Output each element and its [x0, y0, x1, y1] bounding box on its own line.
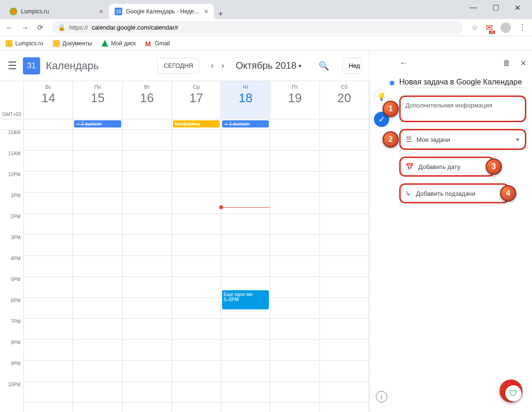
- day-column[interactable]: Вт16: [123, 81, 172, 412]
- calendar-event[interactable]: Еще одно ме5–6PM: [222, 290, 269, 309]
- event-chip[interactable]: Конференц: [173, 120, 220, 127]
- day-column[interactable]: Ср17Конференц: [172, 81, 221, 412]
- info-icon[interactable]: i: [376, 391, 387, 402]
- back-icon[interactable]: ←: [399, 58, 408, 68]
- event-chip[interactable]: ✓ 2 выполн: [74, 120, 121, 127]
- bookmarks-bar: Lumpics.ru Документы Мой диск MGmail: [0, 36, 532, 51]
- day-name: Пт: [270, 84, 319, 90]
- security-shield-icon[interactable]: 🛡: [505, 385, 521, 401]
- bookmark-documents[interactable]: Документы: [53, 40, 92, 47]
- window-minimize[interactable]: —: [469, 3, 477, 12]
- url-input[interactable]: 🔒 https://calendar.google.com/calendar/r: [52, 21, 463, 34]
- hours-area[interactable]: [123, 130, 171, 403]
- tab-title: Google Календарь - Неделя: 14: [126, 8, 201, 15]
- browser-menu-icon[interactable]: ⋮: [519, 23, 526, 32]
- profile-avatar[interactable]: [500, 22, 511, 33]
- task-list-selector[interactable]: 2 ☰ Мои задачи ▼: [399, 129, 526, 150]
- gmail-extension-icon[interactable]: ✉60: [486, 22, 493, 33]
- label: Добавить подзадачи: [416, 190, 503, 197]
- browser-tab-lumpics[interactable]: Lumpics.ru ×: [4, 4, 109, 19]
- timezone-label: GMT+03: [0, 81, 23, 119]
- all-day-row[interactable]: [123, 119, 171, 130]
- all-day-row[interactable]: [270, 119, 319, 130]
- hours-area[interactable]: [172, 130, 221, 403]
- day-name: Вс: [24, 84, 73, 90]
- hour-label: 10PM: [0, 382, 23, 403]
- lock-icon: 🔒: [58, 24, 65, 31]
- bookmark-gmail[interactable]: MGmail: [145, 40, 170, 47]
- folder-icon: [6, 40, 12, 47]
- task-title-input[interactable]: [399, 78, 526, 88]
- day-name: Ср: [172, 84, 221, 90]
- day-name: Пн: [73, 84, 122, 90]
- gmail-icon: M: [145, 40, 152, 47]
- bookmark-star-icon[interactable]: ☆: [471, 23, 478, 32]
- hour-label: 5PM: [0, 277, 23, 298]
- address-bar: ← → ⟳ 🔒 https://calendar.google.com/cale…: [0, 19, 532, 36]
- day-column[interactable]: Пн15✓ 2 выполн: [73, 81, 122, 412]
- hours-area[interactable]: [24, 130, 73, 403]
- close-icon[interactable]: ×: [204, 8, 208, 15]
- day-header[interactable]: Пн15: [73, 81, 122, 119]
- hours-area[interactable]: Еще одно ме5–6PM: [221, 130, 270, 403]
- app-title: Календарь: [46, 60, 99, 72]
- day-header[interactable]: Сб20: [320, 81, 369, 119]
- hours-area[interactable]: [320, 130, 369, 403]
- hours-area[interactable]: [270, 130, 319, 403]
- task-description-field[interactable]: 1 Дополнительная информация: [399, 95, 526, 122]
- day-header[interactable]: Ср17: [172, 81, 221, 119]
- url-prefix: https://: [69, 24, 88, 31]
- favicon-icon: [10, 8, 17, 15]
- reload-button[interactable]: ⟳: [37, 23, 43, 32]
- new-tab-button[interactable]: +: [214, 9, 227, 19]
- day-column[interactable]: Пт19: [270, 81, 319, 412]
- event-chip[interactable]: ✓ 1 выполн: [222, 120, 269, 127]
- calendar-icon: 📅: [405, 163, 414, 170]
- delete-icon[interactable]: 🗑: [503, 59, 511, 68]
- forward-button[interactable]: →: [21, 23, 29, 32]
- day-column[interactable]: Чт18✓ 1 выполнЕще одно ме5–6PM: [221, 81, 270, 412]
- all-day-row[interactable]: [24, 119, 73, 130]
- close-icon[interactable]: ×: [99, 8, 103, 15]
- next-week-button[interactable]: ›: [221, 61, 224, 71]
- day-number: 19: [270, 91, 319, 106]
- day-header[interactable]: Чт18: [221, 81, 270, 119]
- day-number: 16: [123, 91, 171, 106]
- hour-label: 8PM: [0, 340, 23, 361]
- search-icon[interactable]: 🔍: [319, 61, 329, 71]
- bookmark-drive[interactable]: Мой диск: [102, 40, 136, 47]
- all-day-row[interactable]: ✓ 2 выполн: [73, 119, 122, 130]
- add-date-button[interactable]: 📅 Добавить дату 3: [399, 157, 495, 177]
- view-switcher[interactable]: Нед: [342, 58, 362, 74]
- day-column[interactable]: Вс14: [24, 81, 73, 412]
- all-day-row[interactable]: ✓ 1 выполн: [221, 119, 270, 130]
- back-button[interactable]: ←: [6, 23, 13, 32]
- hours-area[interactable]: [73, 130, 122, 403]
- prev-week-button[interactable]: ‹: [211, 61, 213, 71]
- tasks-panel: ← 🗑 ✕ 1 Дополнительная информация 2 ☰ Мо…: [394, 51, 532, 412]
- day-header[interactable]: Пт19: [270, 81, 319, 119]
- add-subtasks-button[interactable]: ↳ Добавить подзадачи 4: [399, 183, 509, 203]
- folder-icon: [53, 40, 60, 47]
- window-maximize[interactable]: ☐: [492, 3, 499, 12]
- all-day-row[interactable]: [320, 119, 369, 130]
- close-icon[interactable]: ✕: [520, 59, 526, 68]
- day-name: Вт: [123, 84, 171, 90]
- day-header[interactable]: Вс14: [24, 81, 73, 119]
- hamburger-icon[interactable]: ☰: [8, 60, 17, 72]
- bookmark-lumpics[interactable]: Lumpics.ru: [6, 40, 43, 47]
- drive-icon: [102, 40, 108, 47]
- day-header[interactable]: Вт16: [123, 81, 171, 119]
- window-close[interactable]: ✕: [514, 3, 521, 12]
- month-year-selector[interactable]: Октябрь 2018 ▾: [235, 60, 301, 71]
- day-name: Сб: [320, 84, 369, 90]
- today-button[interactable]: СЕГОДНЯ: [158, 58, 200, 74]
- hour-label: 11AM: [0, 151, 23, 172]
- day-column[interactable]: Сб20: [320, 81, 369, 412]
- all-day-row[interactable]: Конференц: [172, 119, 221, 130]
- list-name: Мои задачи: [416, 136, 511, 143]
- calendar-main: ☰ 31 Календарь СЕГОДНЯ ‹ › Октябрь 2018 …: [0, 51, 370, 412]
- hour-label: 9PM: [0, 361, 23, 382]
- browser-tab-calendar[interactable]: 18 Google Календарь - Неделя: 14 ×: [109, 4, 214, 19]
- day-number: 18: [221, 91, 270, 106]
